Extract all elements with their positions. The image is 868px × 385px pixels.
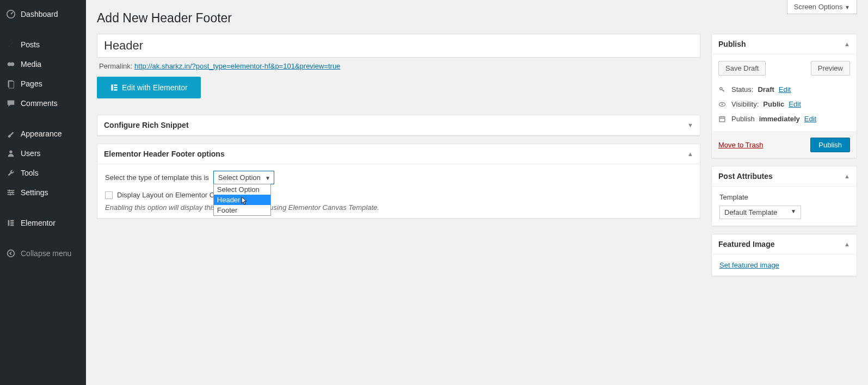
chevron-down-icon: ▼	[687, 122, 693, 128]
permalink-label: Permalink:	[99, 62, 132, 70]
page-title: Add New Header Footer	[97, 11, 857, 26]
svg-rect-16	[10, 225, 14, 226]
sidebar-label: Dashboard	[21, 10, 58, 18]
publish-box: Publish ▲ Save Draft Preview Status: Dra…	[711, 34, 857, 158]
svg-rect-25	[719, 116, 725, 121]
svg-rect-11	[12, 191, 13, 194]
sidebar-item-collapse[interactable]: Collapse menu	[0, 244, 86, 263]
display-layout-checkbox[interactable]	[105, 191, 113, 199]
status-value: Draft	[758, 85, 774, 94]
chevron-up-icon: ▲	[844, 41, 850, 47]
edit-visibility-link[interactable]: Edit	[789, 100, 801, 108]
dropdown-option-footer[interactable]: Footer	[214, 205, 270, 215]
sidebar-item-dashboard[interactable]: Dashboard	[0, 4, 86, 24]
screen-options-label: Screen Options	[794, 3, 843, 11]
sidebar-label: Tools	[21, 169, 39, 177]
svg-point-2	[10, 62, 14, 66]
svg-rect-10	[9, 190, 10, 192]
select-label: Select the type of template this is	[105, 173, 209, 182]
sidebar-item-comments[interactable]: Comments	[0, 94, 86, 113]
elementor-icon	[110, 83, 119, 92]
featured-image-header[interactable]: Featured Image ▲	[712, 234, 857, 254]
options-header[interactable]: Elementor Header Footer options ▲	[97, 144, 700, 164]
sidebar-label: Appearance	[21, 129, 62, 138]
set-featured-image-link[interactable]: Set featured image	[719, 261, 779, 269]
svg-rect-21	[114, 89, 117, 90]
visibility-value: Public	[763, 100, 784, 108]
sliders-icon	[5, 187, 16, 198]
preview-button[interactable]: Preview	[811, 61, 850, 76]
svg-rect-13	[8, 220, 10, 226]
edit-publish-date-link[interactable]: Edit	[804, 115, 816, 123]
screen-options-button[interactable]: Screen Options ▼	[787, 0, 857, 14]
options-box: Elementor Header Footer options ▲ Select…	[97, 144, 700, 219]
eye-icon	[718, 101, 727, 108]
dropdown-option-header[interactable]: Header	[214, 195, 270, 205]
calendar-icon	[718, 115, 727, 123]
sidebar-label: Media	[21, 60, 41, 69]
sidebar-item-settings[interactable]: Settings	[0, 183, 86, 202]
permalink-link[interactable]: http://ak.sharkz.in/?post_type=elementor…	[134, 62, 340, 70]
svg-point-6	[9, 151, 12, 153]
template-value: Default Template	[724, 208, 777, 216]
rich-snippet-title: Configure Rich Snippet	[104, 121, 189, 129]
publish-date-label: Publish	[731, 115, 755, 123]
sidebar-item-media[interactable]: Media	[0, 54, 86, 74]
sidebar-label: Elementor	[21, 219, 56, 227]
wrench-icon	[5, 167, 16, 178]
comment-icon	[5, 98, 16, 109]
sidebar-item-users[interactable]: Users	[0, 144, 86, 163]
dashboard-icon	[5, 9, 16, 20]
post-attributes-header[interactable]: Post Attributes ▲	[712, 166, 857, 187]
featured-image-box: Featured Image ▲ Set featured image	[711, 234, 857, 276]
sidebar-label: Comments	[21, 99, 58, 108]
save-draft-button[interactable]: Save Draft	[718, 61, 766, 76]
sidebar-item-elementor[interactable]: Elementor	[0, 213, 86, 233]
move-to-trash-link[interactable]: Move to Trash	[718, 141, 763, 149]
svg-point-24	[722, 103, 723, 105]
chevron-down-icon: ▼	[265, 175, 270, 181]
template-type-dropdown: Select Option Header Footer	[213, 184, 271, 216]
collapse-icon	[5, 248, 16, 259]
svg-point-17	[8, 250, 15, 257]
svg-rect-4	[9, 82, 14, 89]
post-attributes-box: Post Attributes ▲ Template Default Templ…	[711, 166, 857, 226]
help-text: Enabling this option will display this l…	[105, 203, 692, 212]
chevron-up-icon: ▲	[844, 173, 850, 179]
dropdown-option-select[interactable]: Select Option	[214, 184, 270, 195]
admin-sidebar: Dashboard Posts Media Pages Comments App…	[0, 0, 86, 385]
sidebar-item-pages[interactable]: Pages	[0, 74, 86, 94]
permalink-row: Permalink: http://ak.sharkz.in/?post_typ…	[99, 62, 698, 70]
edit-elementor-label: Edit with Elementor	[122, 83, 188, 92]
rich-snippet-header[interactable]: Configure Rich Snippet ▼	[97, 115, 700, 135]
template-label: Template	[719, 193, 849, 201]
visibility-label: Visibility:	[731, 100, 759, 108]
template-select[interactable]: Default Template ▼	[719, 206, 801, 219]
publish-header[interactable]: Publish ▲	[712, 34, 857, 54]
sidebar-item-posts[interactable]: Posts	[0, 35, 86, 54]
sidebar-label: Settings	[21, 188, 48, 197]
sidebar-label: Collapse menu	[21, 249, 71, 258]
template-type-select[interactable]: Select Option ▼	[213, 171, 274, 184]
sidebar-item-appearance[interactable]: Appearance	[0, 124, 86, 144]
title-input[interactable]	[97, 34, 700, 58]
edit-status-link[interactable]: Edit	[779, 85, 791, 94]
chevron-up-icon: ▲	[687, 151, 693, 157]
publish-button[interactable]: Publish	[810, 138, 850, 152]
post-attributes-title: Post Attributes	[718, 172, 773, 181]
options-title: Elementor Header Footer options	[104, 150, 225, 158]
svg-rect-8	[8, 192, 15, 193]
sidebar-item-tools[interactable]: Tools	[0, 163, 86, 183]
edit-elementor-button[interactable]: Edit with Elementor	[97, 77, 201, 98]
key-icon	[718, 86, 727, 94]
pin-icon	[5, 39, 16, 50]
svg-rect-20	[114, 87, 117, 88]
sidebar-label: Posts	[21, 40, 40, 49]
rich-snippet-box: Configure Rich Snippet ▼	[97, 115, 700, 136]
page-icon	[5, 78, 16, 89]
svg-rect-7	[8, 190, 15, 191]
brush-icon	[5, 128, 16, 139]
user-icon	[5, 148, 16, 159]
main-content: Screen Options ▼ Add New Header Footer P…	[86, 0, 868, 385]
svg-rect-18	[111, 84, 113, 90]
